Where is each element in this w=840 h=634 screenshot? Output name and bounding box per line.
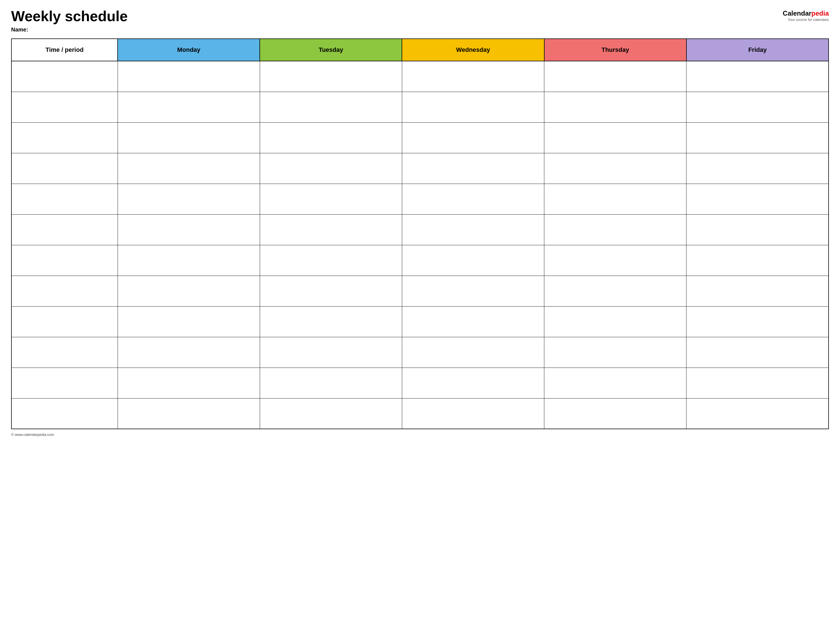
schedule-cell[interactable] bbox=[687, 398, 829, 429]
schedule-cell[interactable] bbox=[544, 184, 687, 214]
col-header-time: Time / period bbox=[11, 39, 118, 61]
schedule-cell[interactable] bbox=[687, 337, 829, 367]
col-header-tuesday: Tuesday bbox=[260, 39, 402, 61]
schedule-cell[interactable] bbox=[118, 398, 260, 429]
schedule-cell[interactable] bbox=[544, 92, 687, 122]
schedule-cell[interactable] bbox=[260, 306, 402, 337]
schedule-cell[interactable] bbox=[544, 398, 687, 429]
schedule-cell[interactable] bbox=[260, 214, 402, 245]
col-header-wednesday: Wednesday bbox=[402, 39, 544, 61]
schedule-body bbox=[11, 61, 829, 429]
schedule-cell[interactable] bbox=[687, 276, 829, 306]
schedule-table: Time / period Monday Tuesday Wednesday T… bbox=[11, 38, 829, 429]
time-cell[interactable] bbox=[11, 92, 118, 122]
schedule-cell[interactable] bbox=[687, 92, 829, 122]
schedule-cell[interactable] bbox=[402, 184, 544, 214]
table-row bbox=[11, 153, 829, 184]
schedule-cell[interactable] bbox=[544, 245, 687, 276]
schedule-cell[interactable] bbox=[260, 122, 402, 153]
schedule-cell[interactable] bbox=[687, 61, 829, 92]
time-cell[interactable] bbox=[11, 122, 118, 153]
schedule-cell[interactable] bbox=[402, 337, 544, 367]
schedule-cell[interactable] bbox=[260, 398, 402, 429]
time-cell[interactable] bbox=[11, 214, 118, 245]
schedule-cell[interactable] bbox=[687, 122, 829, 153]
schedule-cell[interactable] bbox=[260, 184, 402, 214]
schedule-cell[interactable] bbox=[118, 153, 260, 184]
table-row bbox=[11, 276, 829, 306]
schedule-cell[interactable] bbox=[687, 153, 829, 184]
schedule-cell[interactable] bbox=[118, 367, 260, 398]
schedule-cell[interactable] bbox=[687, 306, 829, 337]
schedule-cell[interactable] bbox=[118, 214, 260, 245]
schedule-cell[interactable] bbox=[687, 184, 829, 214]
table-row bbox=[11, 61, 829, 92]
table-row bbox=[11, 306, 829, 337]
time-cell[interactable] bbox=[11, 276, 118, 306]
col-header-friday: Friday bbox=[687, 39, 829, 61]
logo-tagline: Your source for calendars bbox=[788, 17, 829, 22]
schedule-cell[interactable] bbox=[402, 122, 544, 153]
col-header-thursday: Thursday bbox=[544, 39, 687, 61]
time-cell[interactable] bbox=[11, 184, 118, 214]
logo-section: Calendarpedia Your source for calendars bbox=[783, 10, 829, 22]
table-row bbox=[11, 92, 829, 122]
page-header: Weekly schedule Name: Calendarpedia Your… bbox=[11, 8, 829, 33]
schedule-cell[interactable] bbox=[402, 367, 544, 398]
schedule-cell[interactable] bbox=[260, 337, 402, 367]
col-header-monday: Monday bbox=[118, 39, 260, 61]
schedule-cell[interactable] bbox=[402, 92, 544, 122]
schedule-cell[interactable] bbox=[260, 92, 402, 122]
schedule-cell[interactable] bbox=[544, 337, 687, 367]
logo-pedia: pedia bbox=[811, 9, 829, 17]
schedule-cell[interactable] bbox=[260, 153, 402, 184]
table-header-row: Time / period Monday Tuesday Wednesday T… bbox=[11, 39, 829, 61]
schedule-cell[interactable] bbox=[402, 61, 544, 92]
schedule-cell[interactable] bbox=[118, 92, 260, 122]
schedule-cell[interactable] bbox=[118, 245, 260, 276]
schedule-cell[interactable] bbox=[402, 276, 544, 306]
time-cell[interactable] bbox=[11, 153, 118, 184]
schedule-cell[interactable] bbox=[687, 245, 829, 276]
time-cell[interactable] bbox=[11, 398, 118, 429]
schedule-cell[interactable] bbox=[260, 367, 402, 398]
schedule-cell[interactable] bbox=[118, 122, 260, 153]
name-label: Name: bbox=[11, 27, 128, 33]
time-cell[interactable] bbox=[11, 367, 118, 398]
table-row bbox=[11, 214, 829, 245]
schedule-cell[interactable] bbox=[544, 122, 687, 153]
schedule-cell[interactable] bbox=[118, 337, 260, 367]
schedule-cell[interactable] bbox=[544, 214, 687, 245]
time-cell[interactable] bbox=[11, 337, 118, 367]
schedule-cell[interactable] bbox=[118, 61, 260, 92]
schedule-cell[interactable] bbox=[687, 367, 829, 398]
time-cell[interactable] bbox=[11, 306, 118, 337]
time-cell[interactable] bbox=[11, 245, 118, 276]
schedule-cell[interactable] bbox=[544, 153, 687, 184]
schedule-cell[interactable] bbox=[402, 214, 544, 245]
schedule-cell[interactable] bbox=[544, 61, 687, 92]
table-row bbox=[11, 398, 829, 429]
schedule-cell[interactable] bbox=[402, 153, 544, 184]
table-row bbox=[11, 245, 829, 276]
table-row bbox=[11, 122, 829, 153]
schedule-cell[interactable] bbox=[402, 306, 544, 337]
schedule-cell[interactable] bbox=[544, 306, 687, 337]
schedule-cell[interactable] bbox=[402, 245, 544, 276]
schedule-cell[interactable] bbox=[260, 276, 402, 306]
logo-calendar: Calendar bbox=[783, 9, 812, 17]
schedule-cell[interactable] bbox=[260, 61, 402, 92]
schedule-cell[interactable] bbox=[544, 367, 687, 398]
schedule-cell[interactable] bbox=[118, 276, 260, 306]
page-title: Weekly schedule bbox=[11, 8, 128, 24]
logo-text: Calendarpedia bbox=[783, 10, 829, 17]
schedule-cell[interactable] bbox=[687, 214, 829, 245]
footer: © www.calendarpedia.com bbox=[11, 432, 829, 437]
schedule-cell[interactable] bbox=[544, 276, 687, 306]
schedule-cell[interactable] bbox=[118, 184, 260, 214]
schedule-cell[interactable] bbox=[402, 398, 544, 429]
schedule-cell[interactable] bbox=[118, 306, 260, 337]
title-section: Weekly schedule Name: bbox=[11, 8, 128, 33]
schedule-cell[interactable] bbox=[260, 245, 402, 276]
time-cell[interactable] bbox=[11, 61, 118, 92]
